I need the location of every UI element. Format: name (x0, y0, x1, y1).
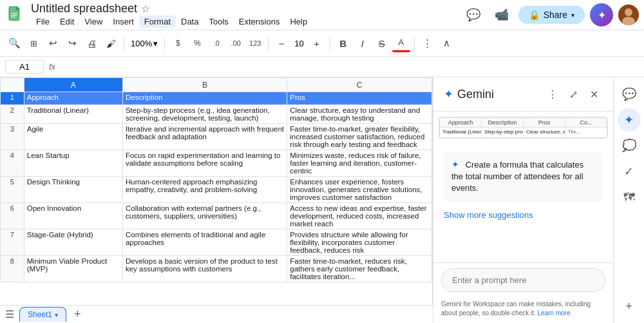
cell-b2[interactable]: Step-by-step process (e.g., idea generat… (122, 105, 287, 124)
cell-a2[interactable]: Traditional (Linear) (24, 105, 122, 124)
mini-table-row: Traditional (Linear) Step-by-step proces… (440, 128, 607, 138)
menu-extensions[interactable]: Extensions (234, 15, 285, 28)
italic-btn[interactable]: I (354, 34, 372, 52)
zoom-value: 100% (131, 39, 152, 48)
cell-reference[interactable] (5, 60, 44, 73)
more-options-btn[interactable]: ⋮ (419, 34, 437, 52)
mini-cell-pros: Clear structure, easy to understand and … (524, 128, 565, 138)
cell-c7[interactable]: Provides structure while allowing for fl… (287, 230, 432, 256)
table-body: 1 Approach Description Pros 2 Traditiona… (1, 92, 432, 282)
cell-c5[interactable]: Enhances user experience, fosters innova… (287, 177, 432, 203)
user-avatar[interactable] (618, 5, 639, 25)
cell-a8[interactable]: Minimum Viable Product (MVP) (24, 256, 122, 282)
cell-a6[interactable]: Open Innovation (24, 203, 122, 230)
strikethrough-btn[interactable]: S (373, 34, 391, 52)
decimal-decrease-btn[interactable]: .0 (207, 34, 225, 52)
currency-btn[interactable]: $ (169, 34, 187, 52)
side-check-icon[interactable]: ✓ (618, 160, 641, 183)
prompt-input[interactable] (441, 268, 605, 292)
zoom-selector[interactable]: 100% ▾ (128, 37, 160, 50)
col-header-a[interactable]: A (24, 78, 122, 92)
col-header-b[interactable]: B (122, 78, 287, 92)
decimal-increase-btn[interactable]: .00 (227, 34, 245, 52)
table-row: 4 Lean Startup Focus on rapid experiment… (1, 150, 432, 177)
cell-b3[interactable]: Iterative and incremental approach with … (122, 124, 287, 150)
show-more-suggestions[interactable]: Show more suggestions (444, 208, 603, 222)
suggestion-area: ✦ Create a formula that calculates the t… (433, 144, 613, 230)
gemini-fab-button[interactable]: ✦ (590, 3, 613, 26)
toolbar-divider-5 (414, 37, 415, 50)
cell-a3[interactable]: Agile (24, 124, 122, 150)
cell-c6[interactable]: Access to new ideas and expertise, faste… (287, 203, 432, 230)
suggestion-item-1[interactable]: ✦ Create a formula that calculates the t… (444, 152, 603, 202)
svg-rect-3 (11, 13, 17, 14)
redo-btn[interactable]: ↪ (63, 34, 81, 52)
menu-bar: File Edit View Insert Format Data Tools … (31, 15, 457, 28)
side-gemini-icon[interactable]: ✦ (618, 108, 641, 132)
cell-b5[interactable]: Human-centered approach emphasizing empa… (122, 177, 287, 203)
undo-btn[interactable]: ↩ (44, 34, 62, 52)
menu-insert[interactable]: Insert (108, 15, 139, 28)
font-increase-btn[interactable]: + (308, 34, 326, 52)
cell-c4[interactable]: Minimizes waste, reduces risk of failure… (287, 150, 432, 177)
percent-btn[interactable]: % (188, 34, 206, 52)
suggestion-text: Create a formula that calculates the tot… (451, 160, 583, 193)
cell-b1[interactable]: Description (122, 92, 287, 105)
formula-input[interactable] (61, 62, 639, 72)
menu-data[interactable]: Data (176, 15, 204, 28)
gemini-more-btn[interactable]: ⋮ (544, 85, 562, 103)
print-preview-btn[interactable]: ⊞ (24, 34, 43, 52)
table-row: 3 Agile Iterative and incremental approa… (1, 124, 432, 150)
video-icon-btn[interactable]: 📹 (490, 3, 513, 26)
menu-view[interactable]: View (79, 15, 108, 28)
toolbar: 🔍 ⊞ ↩ ↪ 🖨 🖌 100% ▾ $ % .0 .00 123 − 10 +… (0, 30, 644, 57)
format-number-btn[interactable]: 123 (246, 34, 264, 52)
gemini-suggestions-scroll: ✦ Create a formula that calculates the t… (433, 144, 613, 262)
gemini-disclaimer: Gemini for Workspace can make mistakes, … (433, 297, 613, 323)
mini-cell-con: Tim... (565, 128, 607, 138)
share-button[interactable]: 🔒 Share ▾ (518, 6, 585, 24)
cell-c1[interactable]: Pros (287, 92, 432, 105)
cell-c8[interactable]: Faster time-to-market, reduces risk, gat… (287, 256, 432, 282)
cell-b8[interactable]: Develops a basic version of the product … (122, 256, 287, 282)
chat-icon-btn[interactable]: 💬 (462, 3, 485, 26)
side-chat-icon[interactable]: 💬 (618, 83, 641, 106)
paint-format-btn[interactable]: 🖌 (102, 34, 120, 52)
cell-c2[interactable]: Clear structure, easy to understand and … (287, 105, 432, 124)
toolbar-divider-2 (164, 37, 165, 50)
cell-b4[interactable]: Focus on rapid experimentation and learn… (122, 150, 287, 177)
menu-help[interactable]: Help (285, 15, 312, 28)
star-icon[interactable]: ☆ (141, 3, 150, 15)
side-comments-icon[interactable]: 💭 (618, 134, 641, 157)
cell-b7[interactable]: Combines elements of traditional and agi… (122, 230, 287, 256)
cell-c3[interactable]: Faster time-to-market, greater flexibili… (287, 124, 432, 150)
right-panel: ✦ Gemini ⋮ ⤢ ✕ Approach Descr (433, 77, 644, 323)
menu-file[interactable]: File (31, 15, 55, 28)
learn-more-link[interactable]: Learn more (538, 309, 571, 317)
font-decrease-btn[interactable]: − (272, 34, 290, 52)
side-add-icon[interactable]: + (618, 295, 641, 318)
text-color-btn[interactable]: A (392, 34, 410, 52)
col-header-c[interactable]: C (287, 78, 432, 92)
cell-a5[interactable]: Design Thinking (24, 177, 122, 203)
menu-format[interactable]: Format (139, 15, 176, 28)
hamburger-menu[interactable]: ☰ (5, 308, 14, 320)
doc-title[interactable]: Untitled spreadsheet (31, 2, 137, 15)
add-sheet-btn[interactable]: + (71, 308, 84, 321)
gemini-expand-btn[interactable]: ⤢ (564, 85, 582, 103)
menu-tools[interactable]: Tools (204, 15, 233, 28)
side-maps-icon[interactable]: 🗺 (618, 186, 641, 209)
cell-b6[interactable]: Collaboration with external partners (e.… (122, 203, 287, 230)
collapse-toolbar-btn[interactable]: ∧ (438, 34, 456, 52)
sheet-tab-sheet1[interactable]: Sheet1 ▾ (19, 307, 66, 322)
gemini-close-btn[interactable]: ✕ (585, 85, 603, 103)
search-btn[interactable]: 🔍 (5, 34, 23, 52)
cell-a4[interactable]: Lean Startup (24, 150, 122, 177)
bold-btn[interactable]: B (334, 34, 352, 52)
data-table: A B C 1 Approach Description Pros (0, 77, 432, 282)
cell-a7[interactable]: Stage-Gate (Hybrid) (24, 230, 122, 256)
print-btn[interactable]: 🖨 (82, 34, 100, 52)
cell-a1[interactable]: Approach (24, 92, 122, 105)
menu-edit[interactable]: Edit (55, 15, 79, 28)
top-right: 💬 📹 🔒 Share ▾ ✦ (462, 3, 639, 26)
